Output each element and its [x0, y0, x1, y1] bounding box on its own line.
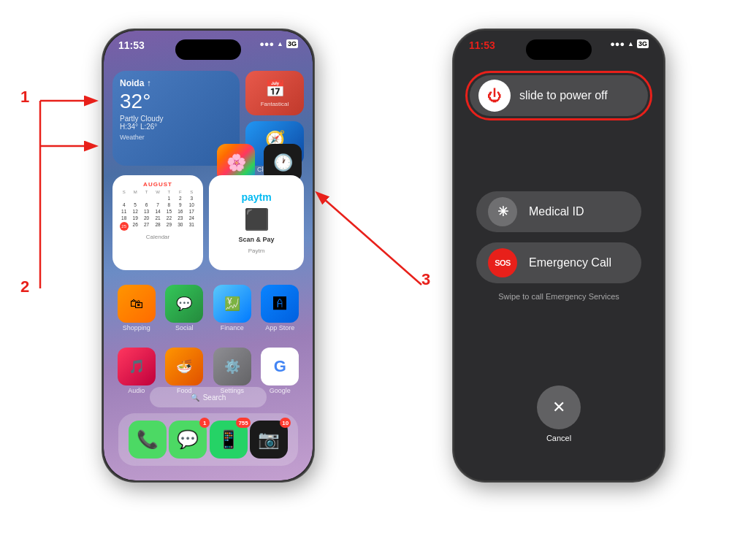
search-bar[interactable]: 🔍 Search: [150, 387, 267, 407]
paytm-label: Paytm: [248, 248, 265, 254]
power-slider-text: slide to power off: [519, 89, 608, 102]
power-icon: ⏻: [487, 88, 502, 104]
finance-app[interactable]: 💹 Finance: [213, 285, 251, 331]
dock-camera[interactable]: 📷 10: [250, 421, 288, 459]
search-icon: 🔍: [191, 394, 199, 402]
paytm-scan-text: Scan & Pay: [238, 236, 274, 243]
medical-id-label: Medical ID: [529, 205, 584, 218]
cancel-button[interactable]: ✕ Cancel: [537, 386, 581, 429]
volume-up-button-highlight: [102, 104, 104, 140]
phone2-status-icons: ●●● ▲ 3G: [610, 39, 649, 48]
phone2-time: 11:53: [469, 39, 495, 51]
weather-temp: 32°: [120, 90, 232, 113]
power-button-highlight: [313, 147, 314, 206]
volume-down-button-highlight: [102, 151, 104, 188]
swipe-emergency-text: Swipe to call Emergency Services: [454, 292, 663, 301]
calendar-month: AUGUST: [118, 181, 197, 188]
google-label: Google: [270, 387, 291, 394]
power-slider[interactable]: ⏻ slide to power off: [470, 75, 648, 116]
paytm-widget[interactable]: paytm ⬛ Scan & Pay Paytm: [209, 175, 304, 270]
calendar-widget[interactable]: AUGUST S M T W T F S 1 2 3: [112, 175, 203, 270]
social-app[interactable]: 💬 Social: [165, 285, 203, 331]
status-time: 11:53: [118, 39, 145, 51]
cancel-icon: ✕: [552, 399, 565, 415]
fantastical-label: Fantastical: [261, 101, 289, 107]
finance-label: Finance: [221, 324, 244, 331]
paytm-qr-icon: ⬛: [244, 207, 270, 231]
whatsapp-badge: 755: [236, 418, 250, 428]
dock: 📞 💬 1 📱 755 📷 10: [118, 413, 298, 466]
appstore-label: App Store: [265, 324, 294, 331]
power-slider-container[interactable]: ⏻ slide to power off: [465, 71, 652, 120]
audio-label: Audio: [128, 387, 145, 394]
emergency-call-label: Emergency Call: [529, 256, 611, 269]
search-text: Search: [203, 394, 226, 402]
dock-whatsapp[interactable]: 📱 755: [210, 421, 248, 459]
dynamic-island: [175, 39, 241, 60]
medical-icon: ✳: [488, 197, 517, 226]
emergency-call-button[interactable]: SOS Emergency Call: [476, 242, 641, 283]
phone1: 11:53 ●●● ▲ 3G Noida ↑ 32° Partly Cloudy…: [102, 29, 314, 482]
svg-line-5: [318, 193, 421, 285]
phone2-dynamic-island: [526, 39, 592, 60]
dock-phone[interactable]: 📞: [129, 421, 167, 459]
weather-hi-lo: H:34° L:26°: [120, 123, 232, 131]
social-label: Social: [175, 324, 194, 331]
fantastical-icon[interactable]: 📅 Fantastical: [245, 71, 304, 115]
cancel-label: Cancel: [546, 434, 571, 442]
annotation-label-3: 3: [421, 270, 430, 289]
annotation-label-1: 1: [20, 88, 29, 107]
weather-label: Weather: [120, 134, 232, 141]
shopping-label: Shopping: [123, 324, 150, 331]
sos-icon: SOS: [488, 248, 517, 277]
medical-id-button[interactable]: ✳ Medical ID: [476, 191, 641, 232]
weather-condition: Partly Cloudy: [120, 115, 232, 123]
calendar-grid: S M T W T F S 1 2 3 4 5: [118, 189, 197, 231]
calendar-label: Calendar: [118, 234, 197, 240]
status-icons: ●●● ▲ 3G: [259, 39, 298, 48]
messages-badge: 1: [199, 418, 210, 428]
annotation-label-2: 2: [20, 277, 29, 296]
camera-badge: 10: [280, 418, 291, 428]
dock-messages[interactable]: 💬 1: [169, 421, 207, 459]
phone2: 11:53 ●●● ▲ 3G ⏻ slide to power off ⊷ iP…: [453, 29, 665, 482]
power-slider-thumb: ⏻: [478, 80, 511, 112]
weather-city: Noida ↑: [120, 78, 232, 88]
audio-app[interactable]: 🎵 Audio: [118, 348, 156, 394]
widgets-row-mid: AUGUST S M T W T F S 1 2 3: [112, 175, 304, 270]
app-row-1: 🛍 Shopping 💬 Social 💹 Finance 🅰 App Stor…: [112, 285, 304, 331]
appstore-app[interactable]: 🅰 App Store: [261, 285, 299, 331]
shopping-app[interactable]: 🛍 Shopping: [118, 285, 156, 331]
google-app-icon[interactable]: G Google: [261, 348, 299, 394]
paytm-logo: paytm: [241, 191, 271, 203]
